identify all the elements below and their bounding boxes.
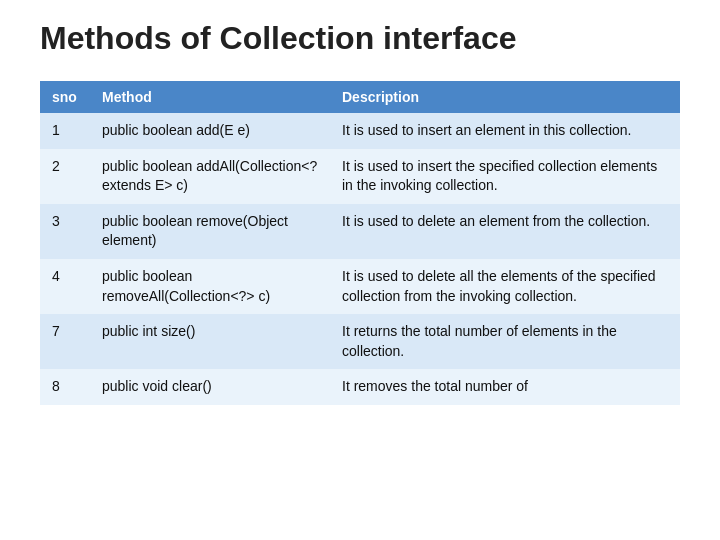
cell-sno: 8 [40, 369, 90, 405]
cell-method: public int size() [90, 314, 330, 369]
table-row: 2public boolean addAll(Collection<? exte… [40, 149, 680, 204]
table-header-row: sno Method Description [40, 81, 680, 113]
cell-method: public boolean remove(Object element) [90, 204, 330, 259]
col-header-description: Description [330, 81, 680, 113]
cell-description: It is used to delete an element from the… [330, 204, 680, 259]
cell-method: public boolean add(E e) [90, 113, 330, 149]
cell-method: public boolean removeAll(Collection<?> c… [90, 259, 330, 314]
cell-description: It is used to delete all the elements of… [330, 259, 680, 314]
cell-sno: 3 [40, 204, 90, 259]
col-header-method: Method [90, 81, 330, 113]
cell-sno: 4 [40, 259, 90, 314]
cell-description: It removes the total number of [330, 369, 680, 405]
table-row: 8public void clear()It removes the total… [40, 369, 680, 405]
table-row: 4public boolean removeAll(Collection<?> … [40, 259, 680, 314]
cell-method: public boolean addAll(Collection<? exten… [90, 149, 330, 204]
col-header-sno: sno [40, 81, 90, 113]
cell-sno: 7 [40, 314, 90, 369]
cell-description: It returns the total number of elements … [330, 314, 680, 369]
methods-table: sno Method Description 1public boolean a… [40, 81, 680, 405]
cell-sno: 2 [40, 149, 90, 204]
page: Methods of Collection interface sno Meth… [0, 0, 720, 540]
table-row: 7public int size()It returns the total n… [40, 314, 680, 369]
cell-method: public void clear() [90, 369, 330, 405]
table-row: 3public boolean remove(Object element)It… [40, 204, 680, 259]
table-row: 1public boolean add(E e)It is used to in… [40, 113, 680, 149]
page-title: Methods of Collection interface [40, 20, 680, 57]
cell-description: It is used to insert the specified colle… [330, 149, 680, 204]
cell-sno: 1 [40, 113, 90, 149]
cell-description: It is used to insert an element in this … [330, 113, 680, 149]
